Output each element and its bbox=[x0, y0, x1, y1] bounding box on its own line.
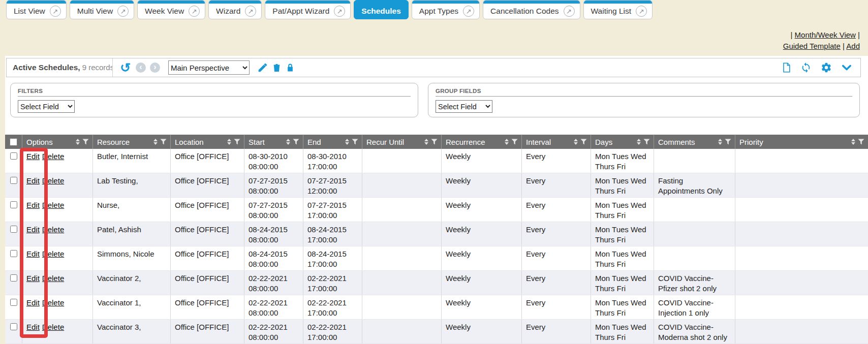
collapse-chevron-icon[interactable] bbox=[841, 63, 852, 72]
sort-icon[interactable] bbox=[851, 139, 855, 145]
cell-end: 02-22-2021 17:00:00 bbox=[303, 320, 362, 343]
filters-field-select[interactable]: Select Field bbox=[18, 100, 75, 113]
delete-link[interactable]: Delete bbox=[42, 298, 64, 307]
tab-cancellation-codes[interactable]: Cancellation Codes↗ bbox=[483, 0, 580, 19]
edit-pencil-icon[interactable] bbox=[258, 62, 268, 73]
edit-link[interactable]: Edit bbox=[26, 249, 40, 258]
row-checkbox[interactable] bbox=[10, 201, 17, 208]
cell-recur-until bbox=[362, 222, 442, 246]
filter-funnel-icon[interactable] bbox=[643, 139, 650, 145]
edit-link[interactable]: Edit bbox=[26, 152, 40, 161]
sort-icon[interactable] bbox=[76, 139, 80, 145]
column-header-interval[interactable]: Interval bbox=[522, 135, 591, 149]
lock-icon[interactable] bbox=[286, 62, 295, 73]
column-header-comments[interactable]: Comments bbox=[654, 135, 735, 149]
filter-funnel-icon[interactable] bbox=[82, 139, 89, 145]
filters-panel: FILTERS Select Field bbox=[10, 83, 418, 117]
filter-funnel-icon[interactable] bbox=[858, 139, 864, 145]
column-header-resource[interactable]: Resource bbox=[93, 135, 171, 149]
row-checkbox[interactable] bbox=[10, 299, 17, 306]
row-checkbox[interactable] bbox=[10, 250, 17, 257]
column-header-recurrence[interactable]: Recurrence bbox=[442, 135, 522, 149]
tab-schedules[interactable]: Schedules bbox=[354, 0, 409, 19]
sort-icon[interactable] bbox=[637, 139, 641, 145]
tab-list-view[interactable]: List View↗ bbox=[6, 0, 67, 19]
delete-link[interactable]: Delete bbox=[42, 225, 64, 234]
month-week-view-link[interactable]: Month/Week View bbox=[795, 30, 856, 39]
filter-funnel-icon[interactable] bbox=[431, 139, 438, 145]
filter-funnel-icon[interactable] bbox=[511, 139, 518, 145]
new-document-icon[interactable] bbox=[782, 62, 791, 73]
open-in-new-icon[interactable]: ↗ bbox=[245, 6, 256, 17]
delete-link[interactable]: Delete bbox=[42, 249, 64, 258]
filter-funnel-icon[interactable] bbox=[580, 139, 587, 145]
options-cell: EditDelete bbox=[22, 246, 93, 270]
edit-link[interactable]: Edit bbox=[26, 225, 40, 234]
open-in-new-icon[interactable]: ↗ bbox=[636, 6, 647, 17]
cell-priority bbox=[735, 271, 868, 295]
filter-funnel-icon[interactable] bbox=[352, 139, 358, 145]
add-link[interactable]: Add bbox=[846, 42, 860, 50]
settings-gear-icon[interactable] bbox=[821, 62, 832, 73]
tab-appt-types[interactable]: Appt Types↗ bbox=[412, 0, 480, 19]
undo-icon[interactable]: ↺ bbox=[120, 61, 131, 74]
open-in-new-icon[interactable]: ↗ bbox=[334, 6, 345, 17]
options-cell: EditDelete bbox=[22, 173, 93, 197]
edit-link[interactable]: Edit bbox=[26, 176, 40, 185]
tab-waiting-list[interactable]: Waiting List↗ bbox=[583, 0, 653, 19]
column-header-priority[interactable]: Priority bbox=[735, 135, 868, 149]
sort-icon[interactable] bbox=[505, 139, 509, 145]
group-fields-select[interactable]: Select Field bbox=[436, 100, 492, 113]
perspective-select[interactable]: Main Perspective bbox=[168, 60, 250, 75]
tab-wizard[interactable]: Wizard↗ bbox=[208, 0, 262, 19]
edit-link[interactable]: Edit bbox=[26, 274, 40, 283]
edit-link[interactable]: Edit bbox=[26, 323, 40, 331]
delete-link[interactable]: Delete bbox=[42, 323, 64, 331]
edit-link[interactable]: Edit bbox=[26, 201, 40, 209]
next-perspective-icon[interactable]: › bbox=[150, 62, 160, 73]
sort-icon[interactable] bbox=[227, 139, 231, 145]
row-checkbox[interactable] bbox=[10, 226, 17, 233]
open-in-new-icon[interactable]: ↗ bbox=[463, 6, 474, 17]
sort-icon[interactable] bbox=[718, 139, 722, 145]
select-all-checkbox[interactable] bbox=[10, 138, 17, 146]
refresh-icon[interactable] bbox=[800, 62, 812, 73]
guided-template-link[interactable]: Guided Template bbox=[783, 42, 841, 50]
sort-icon[interactable] bbox=[345, 139, 349, 145]
delete-trash-icon[interactable] bbox=[272, 62, 282, 73]
filter-funnel-icon[interactable] bbox=[293, 139, 299, 145]
column-header-days[interactable]: Days bbox=[591, 135, 654, 149]
cell-priority bbox=[735, 295, 868, 319]
tab-multi-view[interactable]: Multi View↗ bbox=[70, 0, 134, 19]
tab-label: Schedules bbox=[361, 7, 401, 16]
delete-link[interactable]: Delete bbox=[42, 201, 64, 209]
table-row: EditDeleteVaccinator 1,Office [OFFICE]02… bbox=[5, 295, 868, 320]
filter-funnel-icon[interactable] bbox=[725, 139, 731, 145]
tab-week-view[interactable]: Week View↗ bbox=[137, 0, 205, 19]
row-checkbox[interactable] bbox=[10, 274, 17, 282]
column-header-options[interactable]: Options bbox=[22, 135, 93, 149]
column-header-recur-until[interactable]: Recur Until bbox=[362, 135, 442, 149]
delete-link[interactable]: Delete bbox=[42, 274, 64, 283]
sort-icon[interactable] bbox=[424, 139, 428, 145]
sort-icon[interactable] bbox=[574, 139, 578, 145]
row-checkbox[interactable] bbox=[10, 323, 17, 330]
filter-funnel-icon[interactable] bbox=[234, 139, 240, 145]
open-in-new-icon[interactable]: ↗ bbox=[189, 6, 200, 17]
edit-link[interactable]: Edit bbox=[26, 298, 40, 307]
sort-icon[interactable] bbox=[153, 139, 158, 145]
column-header-location[interactable]: Location bbox=[171, 135, 244, 149]
open-in-new-icon[interactable]: ↗ bbox=[564, 6, 575, 17]
row-checkbox[interactable] bbox=[10, 177, 17, 184]
open-in-new-icon[interactable]: ↗ bbox=[50, 6, 61, 17]
column-header-start[interactable]: Start bbox=[244, 135, 303, 149]
tab-pat-appt-wizard[interactable]: Pat/Appt Wizard↗ bbox=[265, 0, 351, 19]
prev-perspective-icon[interactable]: ‹ bbox=[136, 62, 146, 73]
column-header-end[interactable]: End bbox=[303, 135, 362, 149]
open-in-new-icon[interactable]: ↗ bbox=[117, 6, 129, 17]
row-checkbox[interactable] bbox=[10, 152, 17, 160]
delete-link[interactable]: Delete bbox=[42, 176, 64, 185]
sort-icon[interactable] bbox=[286, 139, 290, 145]
filter-funnel-icon[interactable] bbox=[160, 139, 167, 145]
delete-link[interactable]: Delete bbox=[42, 152, 64, 161]
